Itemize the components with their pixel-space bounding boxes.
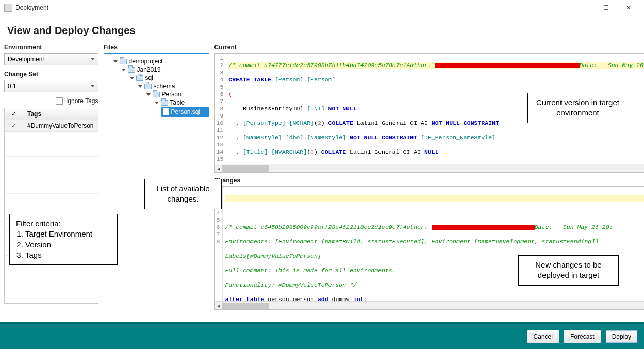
file-icon: [163, 108, 169, 115]
tree-node[interactable]: sql: [130, 74, 208, 81]
app-icon: [4, 4, 12, 12]
current-label: Current: [214, 44, 644, 51]
environment-label: Environment: [4, 44, 98, 51]
folder-icon: [144, 84, 152, 89]
folder-icon: [153, 92, 160, 97]
folder-icon: [161, 100, 168, 106]
chevron-down-icon: [91, 58, 95, 60]
annotation-files: List of available changes.: [144, 179, 222, 209]
tree-root[interactable]: demoproject: [113, 58, 208, 65]
tags-header-check[interactable]: ✓: [5, 108, 23, 120]
titlebar: Deployment — ☐ ✕: [0, 0, 644, 15]
tree-node[interactable]: Jan2019: [122, 66, 208, 73]
changeset-select[interactable]: 0.1: [4, 80, 98, 92]
scrollbar-horizontal[interactable]: ◂▸: [215, 164, 644, 172]
annotation-current: Current version in target environment: [527, 93, 628, 123]
forecast-button[interactable]: Forecast: [564, 330, 601, 343]
redacted-author: [435, 63, 580, 68]
deploy-button[interactable]: Deploy: [605, 330, 638, 343]
annotation-filter: Filter criteria: Target Environment Vers…: [9, 214, 118, 265]
changes-code-box: 12345678 /* commit c6458b2085809c99aff28…: [214, 186, 644, 310]
folder-icon: [128, 67, 135, 73]
tags-table: ✓ Tags ✓ #DummyValueToPerson: [4, 108, 98, 304]
folder-icon: [136, 75, 143, 81]
changeset-value: 0.1: [8, 82, 16, 90]
environment-select[interactable]: Development: [4, 53, 98, 65]
changeset-label: Change Set: [4, 71, 98, 78]
ignore-tags-label: Ignore Tags: [66, 97, 98, 105]
close-button[interactable]: ✕: [617, 1, 640, 15]
environment-value: Development: [8, 56, 44, 63]
changes-label: Changes: [214, 177, 644, 184]
ignore-tags-checkbox[interactable]: [56, 97, 63, 105]
tags-header-label: Tags: [23, 108, 98, 120]
cancel-button[interactable]: Cancel: [527, 330, 559, 343]
tags-row-value: #DummyValueToPerson: [23, 120, 98, 131]
tree-node[interactable]: Table: [155, 99, 208, 106]
page-title: View and Deploy Changes: [0, 15, 644, 44]
files-label: Files: [104, 44, 209, 51]
folder-icon: [120, 59, 127, 64]
tree-file-selected[interactable]: Person.sql: [161, 107, 209, 117]
scrollbar-horizontal[interactable]: ◂▸: [215, 301, 644, 309]
tree-node[interactable]: schema: [138, 82, 208, 90]
redacted-author: [432, 225, 535, 230]
minimize-button[interactable]: —: [572, 1, 595, 15]
annotation-changes: New changes to be deployed in target: [518, 255, 619, 286]
footer: Cancel Forecast Deploy: [0, 322, 644, 349]
chevron-down-icon: [91, 85, 95, 87]
tree-node[interactable]: Person: [146, 91, 208, 98]
tags-row[interactable]: ✓ #DummyValueToPerson: [5, 120, 98, 132]
window-title: Deployment: [15, 4, 572, 11]
sidebar: Environment Development Change Set 0.1 I…: [4, 44, 98, 320]
tags-row-check[interactable]: ✓: [5, 120, 23, 131]
gutter: 123456789101112131415: [215, 54, 227, 164]
maximize-button[interactable]: ☐: [595, 1, 617, 15]
